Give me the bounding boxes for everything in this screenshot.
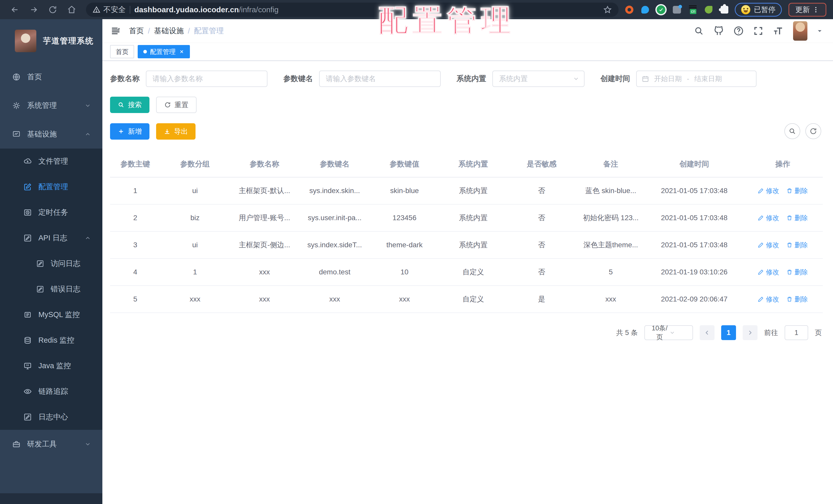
edit-icon bbox=[758, 269, 764, 275]
back-icon[interactable] bbox=[7, 2, 23, 17]
avatar[interactable] bbox=[793, 21, 807, 41]
tab-home[interactable]: 首页 bbox=[110, 45, 134, 58]
eye-icon bbox=[24, 387, 32, 396]
param-key-input[interactable] bbox=[319, 71, 441, 87]
security-chip[interactable]: 不安全 bbox=[93, 5, 126, 15]
edit-square-icon bbox=[36, 260, 44, 268]
sidebar-item-label: 链路追踪 bbox=[39, 386, 68, 397]
sidebar-item-dev-tools[interactable]: 研发工具 bbox=[0, 430, 102, 458]
sidebar-item-access-log[interactable]: 访问日志 bbox=[0, 251, 102, 276]
sidebar-item-label: 访问日志 bbox=[51, 258, 80, 269]
home-icon[interactable] bbox=[64, 2, 80, 17]
close-icon[interactable] bbox=[179, 49, 184, 54]
toggle-search-button[interactable] bbox=[784, 123, 800, 139]
edit-link[interactable]: 修改 bbox=[758, 186, 779, 195]
current-page[interactable]: 1 bbox=[721, 325, 736, 340]
next-page-button[interactable] bbox=[743, 325, 758, 340]
chevron-down-icon[interactable] bbox=[817, 28, 823, 34]
github-icon[interactable] bbox=[713, 26, 724, 36]
sidebar-item-label: Java 监控 bbox=[39, 361, 71, 371]
blue-pin-extension-icon[interactable] bbox=[641, 5, 650, 14]
search-icon[interactable] bbox=[694, 26, 704, 36]
sidebar-item-java-monitor[interactable]: Java 监控 bbox=[0, 353, 102, 379]
edit-link[interactable]: 修改 bbox=[758, 241, 779, 250]
export-button[interactable]: 导出 bbox=[156, 123, 195, 140]
sidebar-item-file-manage[interactable]: 文件管理 bbox=[0, 149, 102, 174]
green-leaf-extension-icon[interactable] bbox=[704, 5, 713, 14]
reload-icon[interactable] bbox=[45, 2, 61, 17]
col-header: 创建时间 bbox=[646, 151, 743, 177]
forward-icon[interactable] bbox=[26, 2, 42, 17]
cell: 2021-01-05 17:03:48 bbox=[646, 231, 743, 258]
sidebar: 芋道管理系统 首页 系统管理 bbox=[0, 19, 102, 504]
trash-icon bbox=[786, 242, 792, 248]
sidebar-item-mysql-monitor[interactable]: MySQL 监控 bbox=[0, 302, 102, 328]
address-bar[interactable]: 不安全 dashboard.yudao.iocoder.cn/infra/con… bbox=[86, 3, 619, 17]
pagination: 共 5 条 10条/页 1 前往 页 bbox=[110, 325, 823, 340]
chevron-down-icon bbox=[573, 75, 579, 82]
delete-link[interactable]: 删除 bbox=[786, 268, 808, 277]
bookmark-star-icon[interactable] bbox=[603, 5, 612, 14]
sidebar-item-home[interactable]: 首页 bbox=[0, 62, 102, 91]
menu-dots-icon[interactable] bbox=[812, 6, 819, 13]
edit-link[interactable]: 修改 bbox=[758, 295, 779, 304]
edit-label: 修改 bbox=[766, 241, 779, 250]
puzzle-extension-icon[interactable] bbox=[720, 5, 729, 14]
fullscreen-icon[interactable] bbox=[753, 26, 763, 36]
trash-icon bbox=[786, 188, 792, 194]
sidebar-item-system[interactable]: 系统管理 bbox=[0, 91, 102, 120]
cell-actions: 修改 删除 bbox=[743, 204, 823, 231]
edit-icon bbox=[758, 188, 764, 194]
font-size-icon[interactable] bbox=[772, 26, 784, 36]
sidebar-item-scheduled-jobs[interactable]: 定时任务 bbox=[0, 200, 102, 225]
breadcrumb-infra[interactable]: 基础设施 bbox=[154, 26, 184, 36]
sidebar-item-infra[interactable]: 基础设施 bbox=[0, 120, 102, 149]
app-logo-row[interactable]: 芋道管理系统 bbox=[0, 19, 102, 62]
edit-link[interactable]: 修改 bbox=[758, 268, 779, 277]
add-button[interactable]: 新增 bbox=[110, 123, 149, 140]
cell: 3 bbox=[110, 231, 161, 258]
edit-label: 修改 bbox=[766, 295, 779, 304]
goto-page-input[interactable] bbox=[785, 325, 808, 340]
collapse-sidebar-icon[interactable] bbox=[110, 25, 121, 36]
delete-link[interactable]: 删除 bbox=[786, 186, 808, 195]
orange-ring-extension-icon[interactable] bbox=[625, 5, 634, 14]
sidebar-item-redis-monitor[interactable]: Redis 监控 bbox=[0, 328, 102, 353]
green-check-extension-icon[interactable] bbox=[657, 5, 666, 14]
refresh-icon bbox=[809, 127, 817, 135]
delete-link[interactable]: 删除 bbox=[786, 213, 808, 223]
app-title: 芋道管理系统 bbox=[43, 35, 94, 46]
plus-icon bbox=[118, 128, 124, 135]
page-suffix-label: 页 bbox=[815, 328, 822, 337]
cn-translate-extension-icon[interactable]: cn bbox=[688, 5, 697, 14]
sidebar-item-api-log[interactable]: API 日志 bbox=[0, 225, 102, 251]
col-header: 参数键值 bbox=[370, 151, 439, 177]
sidebar-item-error-log[interactable]: 错误日志 bbox=[0, 276, 102, 302]
table-row: 2 biz 用户管理-账号... sys.user.init-pa... 123… bbox=[110, 204, 823, 231]
paused-badge[interactable]: 已暂停 bbox=[735, 3, 782, 17]
update-button[interactable]: 更新 bbox=[788, 3, 826, 17]
page-url[interactable]: dashboard.yudao.iocoder.cn/infra/config bbox=[134, 5, 279, 14]
edit-link[interactable]: 修改 bbox=[758, 213, 779, 223]
sidebar-item-log-center[interactable]: 日志中心 bbox=[0, 404, 102, 430]
tab-config[interactable]: 配置管理 bbox=[138, 45, 190, 58]
page-size-select[interactable]: 10条/页 bbox=[644, 325, 693, 340]
help-icon[interactable] bbox=[733, 26, 744, 36]
gray-blue-extension-icon[interactable] bbox=[672, 5, 682, 14]
sidebar-item-tracing[interactable]: 链路追踪 bbox=[0, 379, 102, 404]
refresh-table-button[interactable] bbox=[805, 123, 821, 139]
cell: 123456 bbox=[370, 204, 439, 231]
breadcrumb-home[interactable]: 首页 bbox=[129, 26, 144, 36]
delete-link[interactable]: 删除 bbox=[786, 241, 808, 250]
search-button[interactable]: 搜索 bbox=[110, 97, 149, 113]
delete-link[interactable]: 删除 bbox=[786, 295, 808, 304]
param-name-input[interactable] bbox=[146, 71, 267, 87]
date-range-picker[interactable]: 开始日期 - 结束日期 bbox=[636, 71, 757, 87]
cell: 用户管理-账号... bbox=[230, 204, 300, 231]
sidebar-item-label: 系统管理 bbox=[27, 100, 57, 111]
prev-page-button[interactable] bbox=[700, 325, 715, 340]
cell: 1 bbox=[110, 177, 161, 204]
reset-button[interactable]: 重置 bbox=[156, 97, 196, 113]
sidebar-item-config-manage[interactable]: 配置管理 bbox=[0, 174, 102, 200]
system-builtin-select[interactable]: 系统内置 bbox=[492, 71, 585, 87]
